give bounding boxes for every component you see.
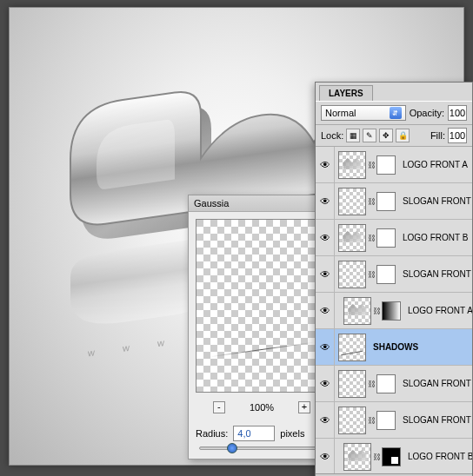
- lock-transparency-icon[interactable]: ▦: [346, 129, 360, 142]
- layer-name[interactable]: SHADOWS: [370, 342, 472, 352]
- radius-label: Radius:: [196, 428, 228, 439]
- zoom-out-button[interactable]: -: [213, 401, 225, 413]
- slider-thumb[interactable]: [227, 443, 237, 453]
- svg-text:w: w: [122, 342, 130, 354]
- layer-thumb[interactable]: [338, 370, 366, 398]
- radius-unit: pixels: [280, 428, 304, 439]
- visibility-eye-icon[interactable]: 👁: [316, 220, 335, 255]
- layer-thumb[interactable]: [338, 188, 366, 215]
- layers-tab[interactable]: LAYERS: [319, 85, 373, 101]
- layer-thumb[interactable]: [338, 151, 366, 179]
- visibility-eye-icon[interactable]: 👁: [316, 183, 335, 219]
- opacity-input[interactable]: 100: [448, 105, 467, 121]
- link-icon: ⛓: [373, 453, 380, 461]
- link-icon: ⛓: [368, 161, 375, 169]
- visibility-eye-icon[interactable]: 👁: [316, 329, 335, 365]
- layer-name[interactable]: LOGO FRONT B_R: [404, 452, 472, 461]
- layer-row[interactable]: 👁⛓LOGO FRONT A_R: [316, 293, 472, 329]
- layer-row[interactable]: 👁⛓SLOGAN FRONT A_R: [316, 366, 472, 402]
- opacity-label: Opacity:: [410, 108, 444, 118]
- zoom-in-button[interactable]: +: [298, 401, 310, 413]
- lock-paint-icon[interactable]: ✎: [363, 129, 376, 142]
- lock-label: Lock:: [321, 130, 343, 141]
- fill-input[interactable]: 100: [448, 128, 467, 143]
- lock-all-icon[interactable]: 🔒: [396, 129, 410, 142]
- layers-list: 👁⛓LOGO FRONT A👁⛓SLOGAN FRONT A👁⛓LOGO FRO…: [316, 147, 472, 473]
- link-icon: ⛓: [368, 380, 375, 388]
- link-icon: ⛓: [373, 307, 380, 315]
- visibility-eye-icon[interactable]: 👁: [316, 147, 335, 182]
- gaussian-blur-dialog: Gaussia - 100% + Radius: pixels: [188, 195, 336, 459]
- layer-mask-thumb[interactable]: [382, 301, 401, 321]
- layer-name[interactable]: SLOGAN FRONT A_R: [399, 379, 472, 388]
- blend-mode-value: Normal: [325, 108, 356, 118]
- fill-label: Fill:: [430, 130, 445, 141]
- visibility-eye-icon[interactable]: 👁: [316, 256, 335, 292]
- layer-mask-thumb[interactable]: [382, 447, 401, 466]
- layer-name[interactable]: LOGO FRONT A_R: [404, 306, 472, 315]
- layer-row[interactable]: 👁⛓SLOGAN FRONT B: [316, 256, 472, 293]
- lock-position-icon[interactable]: ✥: [379, 129, 393, 142]
- link-icon: ⛓: [368, 197, 375, 206]
- svg-text:w: w: [87, 347, 95, 358]
- layer-mask-thumb[interactable]: [376, 228, 396, 248]
- zoom-level: 100%: [250, 402, 274, 413]
- layer-name[interactable]: LOGO FRONT B: [399, 233, 472, 242]
- visibility-eye-icon[interactable]: 👁: [316, 439, 335, 473]
- radius-input[interactable]: [233, 426, 275, 441]
- layers-panel: LAYERS Normal ⇵ Opacity: 100 Lock: ▦ ✎ ✥…: [315, 82, 473, 476]
- radius-slider[interactable]: [189, 445, 335, 459]
- link-icon: ⛓: [368, 416, 375, 425]
- layer-name[interactable]: SLOGAN FRONT B_R: [399, 415, 472, 425]
- layer-name[interactable]: SLOGAN FRONT A: [399, 196, 472, 206]
- dropdown-arrows-icon: ⇵: [390, 107, 402, 119]
- layer-mask-thumb[interactable]: [376, 374, 396, 393]
- layer-row[interactable]: 👁⛓LOGO FRONT B: [316, 220, 472, 256]
- svg-text:w: w: [157, 337, 164, 348]
- link-icon: ⛓: [368, 234, 375, 242]
- layer-row[interactable]: 👁⛓LOGO FRONT A: [316, 147, 472, 183]
- layer-thumb[interactable]: [343, 297, 371, 325]
- layer-thumb[interactable]: [338, 261, 366, 288]
- layer-mask-thumb[interactable]: [376, 155, 396, 175]
- dialog-title: Gaussia: [189, 195, 335, 212]
- layer-name[interactable]: SLOGAN FRONT B: [399, 269, 472, 279]
- visibility-eye-icon[interactable]: 👁: [316, 402, 335, 438]
- layer-name[interactable]: LOGO FRONT A: [399, 160, 472, 169]
- link-icon: ⛓: [368, 270, 375, 279]
- layer-row[interactable]: 👁⛓SLOGAN FRONT B_R: [316, 402, 472, 439]
- layer-row[interactable]: 👁⛓LOGO FRONT B_R: [316, 439, 472, 473]
- layer-mask-thumb[interactable]: [376, 411, 396, 430]
- layer-row[interactable]: 👁⛓SLOGAN FRONT A: [316, 183, 472, 220]
- layer-thumb[interactable]: [338, 334, 366, 361]
- visibility-eye-icon[interactable]: 👁: [316, 366, 335, 401]
- layer-thumb[interactable]: [343, 443, 371, 471]
- layer-thumb[interactable]: [338, 224, 366, 252]
- preview-content: [210, 341, 314, 357]
- layer-row[interactable]: 👁SHADOWS: [316, 329, 472, 366]
- blend-mode-select[interactable]: Normal ⇵: [321, 105, 406, 121]
- layer-mask-thumb[interactable]: [376, 265, 396, 284]
- layer-thumb[interactable]: [338, 407, 366, 434]
- filter-preview[interactable]: [196, 219, 328, 393]
- layer-mask-thumb[interactable]: [376, 192, 396, 211]
- visibility-eye-icon[interactable]: 👁: [316, 293, 335, 328]
